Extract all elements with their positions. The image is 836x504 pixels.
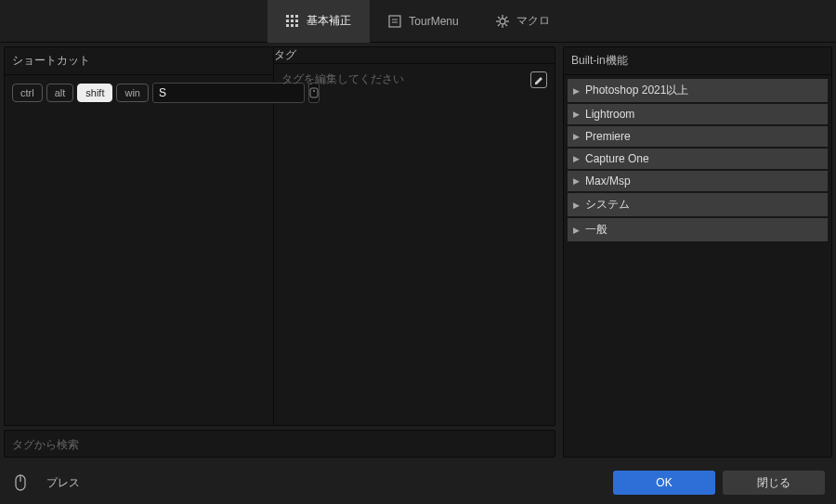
svg-line-19 bbox=[505, 17, 507, 19]
svg-rect-3 bbox=[286, 19, 289, 22]
builtin-header: Built-in機能 bbox=[564, 47, 831, 75]
svg-rect-1 bbox=[291, 15, 294, 18]
close-button[interactable]: 閉じる bbox=[723, 471, 825, 495]
svg-rect-9 bbox=[389, 16, 400, 27]
tab-basic-label: 基本補正 bbox=[307, 13, 351, 29]
chevron-right-icon: ▶ bbox=[573, 132, 580, 141]
grid-icon bbox=[286, 15, 299, 28]
builtin-item-label: Capture One bbox=[585, 152, 649, 165]
alt-key[interactable]: alt bbox=[46, 84, 74, 102]
tab-tourmenu[interactable]: TourMenu bbox=[370, 0, 477, 43]
builtin-item[interactable]: ▶Max/Msp bbox=[568, 171, 828, 191]
chevron-right-icon: ▶ bbox=[573, 176, 580, 186]
builtin-item[interactable]: ▶Capture One bbox=[568, 149, 828, 169]
search-placeholder[interactable]: タグから検索 bbox=[5, 431, 555, 459]
builtin-item-label: Max/Msp bbox=[585, 174, 631, 187]
builtin-item-label: 一般 bbox=[585, 222, 607, 238]
svg-line-18 bbox=[505, 24, 507, 26]
tag-placeholder: タグを編集してください bbox=[281, 71, 404, 88]
svg-rect-6 bbox=[286, 24, 289, 27]
builtin-panel: Built-in機能 ▶Photoshop 2021以上▶Lightroom▶P… bbox=[563, 46, 832, 458]
builtin-item-label: Photoshop 2021以上 bbox=[585, 83, 688, 98]
win-key[interactable]: win bbox=[116, 84, 149, 102]
builtin-item[interactable]: ▶Lightroom bbox=[568, 104, 828, 124]
svg-rect-2 bbox=[295, 15, 298, 18]
tab-macro-label: マクロ bbox=[516, 13, 550, 29]
ok-button[interactable]: OK bbox=[613, 471, 715, 495]
tab-macro[interactable]: マクロ bbox=[477, 0, 568, 43]
tab-tourmenu-label: TourMenu bbox=[409, 15, 458, 28]
svg-rect-8 bbox=[295, 24, 298, 27]
shortcut-header: ショートカット bbox=[5, 47, 273, 75]
left-panel: ショートカット ctrl alt shift win タグ タグを編集 bbox=[4, 46, 555, 426]
footer: プレス OK 閉じる bbox=[0, 461, 836, 504]
builtin-item[interactable]: ▶Premiere bbox=[568, 126, 828, 147]
edit-icon[interactable] bbox=[530, 71, 547, 88]
chevron-right-icon: ▶ bbox=[573, 110, 580, 119]
mouse-icon bbox=[11, 471, 30, 495]
chevron-right-icon: ▶ bbox=[573, 226, 580, 235]
menu-icon bbox=[388, 15, 401, 28]
chevron-right-icon: ▶ bbox=[573, 154, 580, 163]
press-label: プレス bbox=[46, 475, 80, 491]
gear-icon bbox=[496, 15, 509, 28]
builtin-item[interactable]: ▶システム bbox=[568, 193, 828, 216]
builtin-item[interactable]: ▶Photoshop 2021以上 bbox=[568, 79, 828, 102]
svg-rect-7 bbox=[291, 24, 294, 27]
shortcut-row: ctrl alt shift win bbox=[5, 75, 273, 110]
search-panel: タグから検索 bbox=[4, 430, 555, 458]
chevron-right-icon: ▶ bbox=[573, 200, 580, 210]
svg-line-20 bbox=[498, 24, 500, 26]
ctrl-key[interactable]: ctrl bbox=[12, 84, 43, 102]
builtin-item-label: Lightroom bbox=[585, 108, 634, 121]
svg-rect-4 bbox=[291, 19, 294, 22]
builtin-item-label: システム bbox=[585, 197, 630, 213]
chevron-right-icon: ▶ bbox=[573, 86, 580, 96]
main-tabs: 基本補正 TourMenu マクロ bbox=[0, 0, 836, 43]
builtin-item-label: Premiere bbox=[585, 130, 631, 143]
builtin-item[interactable]: ▶一般 bbox=[568, 218, 828, 241]
tag-header: タグ bbox=[274, 47, 296, 63]
tab-basic[interactable]: 基本補正 bbox=[268, 0, 370, 43]
shift-key[interactable]: shift bbox=[77, 84, 112, 102]
svg-rect-5 bbox=[295, 19, 298, 22]
svg-line-17 bbox=[498, 17, 500, 19]
svg-rect-0 bbox=[286, 15, 289, 18]
svg-point-12 bbox=[500, 19, 505, 24]
